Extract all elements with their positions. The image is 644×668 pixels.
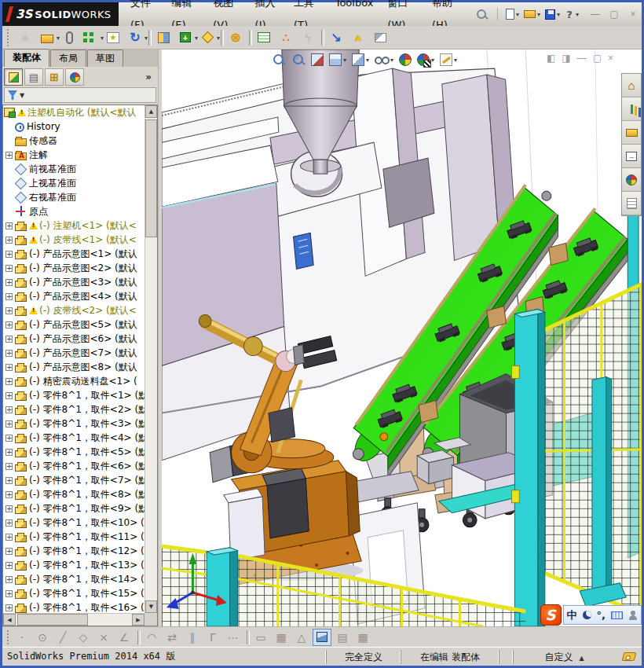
exploded-view[interactable]: ▾ <box>276 28 296 48</box>
expand-icon[interactable]: + <box>5 534 13 541</box>
toolbar-grip[interactable] <box>7 29 11 46</box>
tree-item[interactable]: + (-) 零件8^1，取件<3> (默 <box>3 417 145 431</box>
expand-icon[interactable]: + <box>5 590 13 597</box>
scroll-thumb[interactable] <box>17 614 88 626</box>
expand-icon[interactable]: + <box>5 152 13 159</box>
section-view[interactable]: ▾ <box>309 52 325 68</box>
tree-item[interactable]: + 原点 <box>3 204 145 218</box>
dropdown-arrow-icon[interactable]: ▾ <box>537 11 540 18</box>
tab-sketch[interactable]: 草图 <box>87 50 123 67</box>
expand-icon[interactable]: + <box>5 364 13 371</box>
tree-item[interactable]: + (-) 零件8^1，取件<2> (默 <box>3 402 145 417</box>
maximize[interactable]: ▢ <box>607 9 621 20</box>
insert-component[interactable]: ▾ <box>15 28 35 48</box>
expand-icon[interactable]: + <box>5 265 13 272</box>
angle[interactable]: ∠ <box>115 629 134 646</box>
tree-item[interactable]: + (-) 零件8^1，取件<16> ( <box>3 600 145 613</box>
design-library[interactable] <box>622 121 641 145</box>
tree-item[interactable]: + (-) 产品示意图<6> (默认 <box>3 332 145 346</box>
tree-item[interactable]: + (-) 零件8^1，取件<4> (默 <box>3 431 145 445</box>
view-orientation[interactable]: ▾ <box>327 52 348 68</box>
new-document[interactable]: ▾ <box>504 8 521 20</box>
dropdown-arrow-icon[interactable]: ▾ <box>557 11 560 18</box>
dotted[interactable]: ⋯ <box>224 629 243 646</box>
feature-manager[interactable] <box>4 68 23 86</box>
tree-item[interactable]: + (-) 零件8^1，取件<8> (默 <box>3 487 145 501</box>
edit-appearance[interactable]: ▾ <box>438 52 459 68</box>
expand-icon[interactable]: + <box>5 548 13 555</box>
tree-item[interactable]: + (-) 注塑机<1> (默认< <box>3 218 145 233</box>
tree-item[interactable]: + (-) 产品示意图<3> (默认 <box>3 275 145 289</box>
trim[interactable]: × <box>94 629 113 646</box>
two-view[interactable]: ▤ <box>333 629 352 646</box>
motion-study[interactable]: ▾ <box>225 28 246 48</box>
tree-item[interactable]: + 右视基准面 <box>3 190 145 204</box>
appearance[interactable]: ▾ <box>397 52 413 68</box>
scroll-thumb[interactable] <box>145 119 157 237</box>
expand-icon[interactable]: + <box>5 420 13 428</box>
pane-right[interactable]: ◨ <box>562 53 570 64</box>
expand-icon[interactable]: + <box>5 237 13 244</box>
dropdown-arrow-icon[interactable]: ▾ <box>145 35 148 42</box>
tree-item[interactable]: + (-) 零件8^1，取件<7> (默 <box>3 473 145 487</box>
moon[interactable] <box>583 611 591 619</box>
hide-show[interactable]: ▾ <box>373 51 395 68</box>
doc-close[interactable]: × <box>608 53 613 64</box>
doc-minimize[interactable]: — <box>577 53 587 64</box>
tangent[interactable]: ◠ <box>142 629 161 646</box>
home[interactable] <box>622 74 641 97</box>
expand-icon[interactable]: + <box>5 491 13 498</box>
move-component[interactable]: ▾ <box>125 28 145 48</box>
tree-item[interactable]: + (-) 零件8^1，取件<14> ( <box>3 572 145 586</box>
appearances[interactable] <box>622 168 641 192</box>
tree-item[interactable]: + (-) 产品示意图<8> (默认 <box>3 360 145 374</box>
tree-vertical-scrollbar[interactable]: ▲ ▼ <box>145 105 157 613</box>
expand-icon[interactable]: + <box>5 449 13 456</box>
expand-icon[interactable]: + <box>5 604 13 611</box>
polygon[interactable]: ◇ <box>74 629 93 646</box>
drag-handle[interactable] <box>5 629 11 646</box>
expand-icon[interactable]: + <box>5 321 13 328</box>
resources[interactable] <box>622 97 641 121</box>
tree-item[interactable]: + (-) 产品示意图<7> (默认 <box>3 346 145 360</box>
chinese-mode[interactable]: 中 <box>567 608 577 622</box>
punctuation[interactable]: °, <box>597 609 606 621</box>
explode-sketch[interactable]: ▾ <box>298 28 318 48</box>
reverse[interactable]: ⇄ <box>163 629 181 646</box>
mate[interactable]: ▾ <box>59 28 79 48</box>
scroll-down-icon[interactable]: ▼ <box>145 600 157 613</box>
tree-item[interactable]: + (-) 零件8^1，取件<6> (默 <box>3 459 145 473</box>
expand-icon[interactable]: + <box>5 378 13 385</box>
tree-item[interactable]: + 传感器 <box>3 134 145 148</box>
help[interactable]: ▾ <box>563 8 580 20</box>
parallel[interactable]: ∥ <box>183 629 202 646</box>
component-pattern[interactable]: ▾ <box>81 28 101 48</box>
large-assembly[interactable]: ▾ <box>348 28 368 48</box>
perpendicular[interactable]: Γ <box>203 629 222 646</box>
file-explorer[interactable] <box>622 145 641 168</box>
circle[interactable]: ⊙ <box>33 629 52 646</box>
scroll-right-icon[interactable]: ▶ <box>132 614 145 626</box>
filter-dropdown-icon[interactable]: ▼ <box>20 92 24 99</box>
expand-icon[interactable]: + <box>5 350 13 357</box>
tree-item[interactable]: + (-) 零件8^1，取件<11> ( <box>3 530 145 544</box>
tree-item[interactable]: + 注塑机自动化 (默认<默认 <box>3 105 145 119</box>
panel-expand-chevron[interactable]: » <box>145 72 152 83</box>
scene[interactable]: ▾ <box>415 52 436 68</box>
minimize[interactable]: — <box>588 9 602 20</box>
grid[interactable]: ▦ <box>272 629 291 646</box>
open-document[interactable]: ▾ <box>522 9 542 19</box>
tree-item[interactable]: + (-) 零件8^1，取件<10> ( <box>3 516 145 530</box>
tree-horizontal-scrollbar[interactable]: ◀ ▶ <box>3 613 145 626</box>
pane-left[interactable]: ◧ <box>547 53 555 64</box>
tree-filter[interactable]: ▼ <box>4 87 156 103</box>
tree-item[interactable]: + (-) 产品示意图<1> (默认 <box>3 247 145 261</box>
tree-item[interactable]: + (-) 精密震动送料盘<1> ( <box>3 374 145 388</box>
expand-icon[interactable]: + <box>5 336 13 343</box>
show-hidden[interactable]: ▾ <box>153 28 174 48</box>
tree-item[interactable]: + (-) 产品示意图<4> (默认 <box>3 289 145 303</box>
expand-icon[interactable]: + <box>5 406 13 413</box>
tag-icon[interactable] <box>622 652 637 661</box>
tree-item[interactable]: + (-) 零件8^1，取件<1> (默 <box>3 388 145 402</box>
reference-geometry[interactable]: ▾ <box>197 28 218 48</box>
